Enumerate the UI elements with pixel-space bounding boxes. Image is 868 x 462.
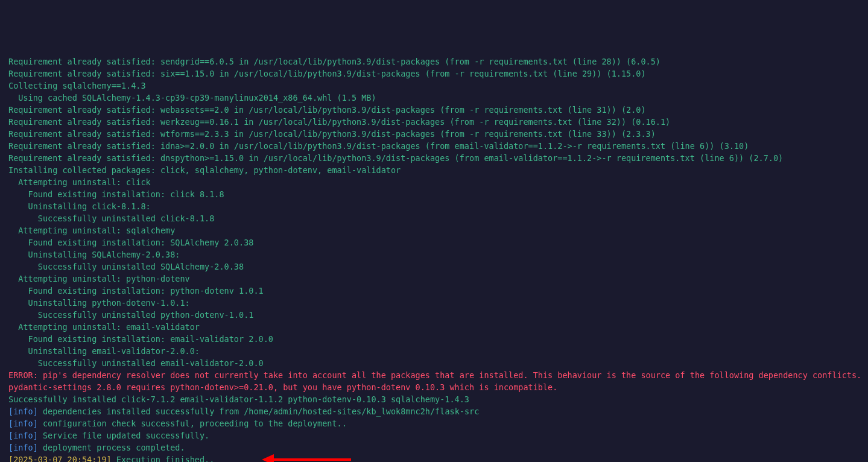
- terminal-line: ERROR: pip's dependency resolver does no…: [8, 369, 860, 381]
- terminal-output[interactable]: Requirement already satisfied: sendgrid=…: [8, 55, 860, 462]
- info-line: [info] deployment process completed.: [8, 441, 860, 454]
- timestamp-bracket: [2025-03-07 20:54:19]: [8, 455, 112, 462]
- terminal-line: Attempting uninstall: click: [8, 176, 860, 188]
- terminal-line: pydantic-settings 2.8.0 requires python-…: [8, 381, 860, 393]
- terminal-line: Attempting uninstall: email-validator: [8, 321, 860, 333]
- info-line: [info] dependencies installed successful…: [8, 405, 860, 417]
- terminal-line: Collecting sqlalchemy==1.4.3: [8, 80, 860, 92]
- info-line: [info] Service file updated successfully…: [8, 429, 860, 441]
- info-message: deployment process completed.: [38, 443, 185, 452]
- terminal-line: Requirement already satisfied: sendgrid=…: [8, 55, 860, 68]
- info-message: configuration check successful, proceedi…: [38, 419, 347, 428]
- terminal-line: Attempting uninstall: python-dotenv: [8, 273, 860, 285]
- info-tag: [info]: [8, 407, 38, 416]
- terminal-line: Successfully uninstalled email-validator…: [8, 357, 860, 369]
- terminal-line: Using cached SQLAlchemy-1.4.3-cp39-cp39-…: [8, 92, 860, 104]
- terminal-line: Requirement already satisfied: werkzeug=…: [8, 116, 860, 128]
- info-message: dependencies installed successfully from…: [38, 407, 480, 416]
- terminal-line: Attempting uninstall: sqlalchemy: [8, 224, 860, 236]
- terminal-line: Found existing installation: click 8.1.8: [8, 188, 860, 200]
- terminal-line: Uninstalling click-8.1.8:: [8, 200, 860, 212]
- terminal-line: Successfully uninstalled SQLAlchemy-2.0.…: [8, 261, 860, 273]
- terminal-line: Found existing installation: python-dote…: [8, 285, 860, 297]
- terminal-line: Uninstalling email-validator-2.0.0:: [8, 345, 860, 357]
- terminal-line: Requirement already satisfied: idna>=2.0…: [8, 140, 860, 152]
- terminal-line: Requirement already satisfied: dnspython…: [8, 152, 860, 164]
- terminal-line: Successfully uninstalled python-dotenv-1…: [8, 309, 860, 321]
- info-tag: [info]: [8, 431, 38, 440]
- terminal-line: Installing collected packages: click, sq…: [8, 164, 860, 176]
- info-message: Service file updated successfully.: [38, 431, 209, 440]
- terminal-line: Requirement already satisfied: wtforms==…: [8, 128, 860, 140]
- terminal-line: Found existing installation: SQLAlchemy …: [8, 236, 860, 248]
- terminal-line: Uninstalling python-dotenv-1.0.1:: [8, 297, 860, 309]
- timestamp-line: [2025-03-07 20:54:19] Execution finished…: [8, 454, 214, 462]
- annotation-arrow-icon: [262, 456, 352, 462]
- terminal-line: Uninstalling SQLAlchemy-2.0.38:: [8, 248, 860, 261]
- info-line: [info] configuration check successful, p…: [8, 417, 860, 429]
- terminal-line: Successfully installed click-7.1.2 email…: [8, 393, 860, 405]
- terminal-line: Requirement already satisfied: webassets…: [8, 104, 860, 116]
- terminal-line: Successfully uninstalled click-8.1.8: [8, 212, 860, 224]
- terminal-line: Requirement already satisfied: six==1.15…: [8, 68, 860, 80]
- terminal-line: Found existing installation: email-valid…: [8, 333, 860, 345]
- info-tag: [info]: [8, 443, 38, 452]
- timestamp-message: Execution finished..: [112, 455, 215, 462]
- info-tag: [info]: [8, 419, 38, 428]
